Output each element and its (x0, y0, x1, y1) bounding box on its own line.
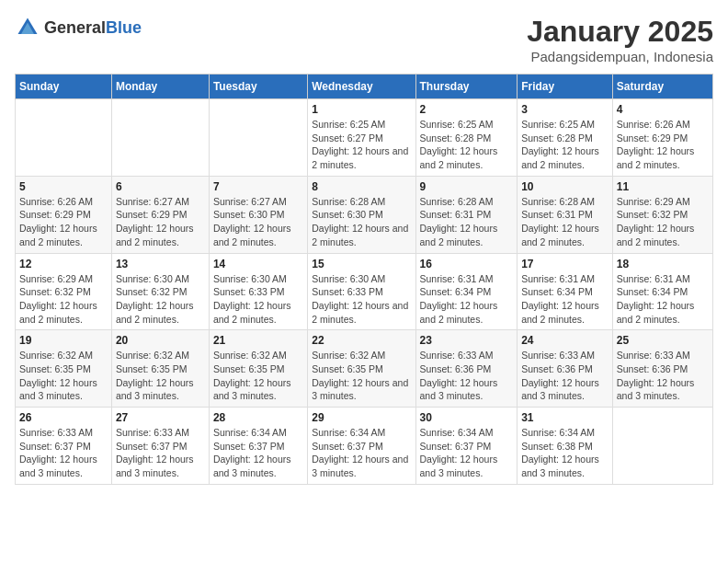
day-detail: Sunrise: 6:33 AMSunset: 6:37 PMDaylight:… (116, 426, 205, 480)
calendar-cell (111, 99, 209, 177)
calendar-week-row: 12Sunrise: 6:29 AMSunset: 6:32 PMDayligh… (16, 253, 713, 330)
day-detail: Sunrise: 6:33 AMSunset: 6:36 PMDaylight:… (420, 349, 514, 403)
header-sunday: Sunday (16, 75, 112, 99)
calendar-cell (209, 99, 307, 177)
day-detail: Sunrise: 6:30 AMSunset: 6:33 PMDaylight:… (312, 272, 411, 327)
calendar-cell: 21Sunrise: 6:32 AMSunset: 6:35 PMDayligh… (209, 330, 307, 408)
day-number: 21 (213, 334, 303, 347)
calendar-cell: 9Sunrise: 6:28 AMSunset: 6:31 PMDaylight… (415, 176, 518, 253)
calendar-table: SundayMondayTuesdayWednesdayThursdayFrid… (15, 74, 713, 485)
calendar-cell (16, 99, 112, 177)
header-saturday: Saturday (612, 75, 712, 99)
calendar-cell: 19Sunrise: 6:32 AMSunset: 6:35 PMDayligh… (16, 330, 112, 408)
calendar-cell: 5Sunrise: 6:26 AMSunset: 6:29 PMDaylight… (16, 176, 112, 253)
calendar-cell: 18Sunrise: 6:31 AMSunset: 6:34 PMDayligh… (612, 253, 712, 330)
day-detail: Sunrise: 6:31 AMSunset: 6:34 PMDaylight:… (420, 272, 514, 327)
day-number: 28 (213, 411, 303, 424)
day-detail: Sunrise: 6:29 AMSunset: 6:32 PMDaylight:… (617, 195, 709, 249)
day-number: 27 (116, 411, 205, 424)
calendar-cell: 8Sunrise: 6:28 AMSunset: 6:30 PMDaylight… (308, 176, 415, 253)
calendar-cell: 11Sunrise: 6:29 AMSunset: 6:32 PMDayligh… (612, 176, 712, 253)
calendar-cell: 31Sunrise: 6:34 AMSunset: 6:38 PMDayligh… (518, 408, 613, 485)
logo-blue-text: Blue (106, 18, 142, 37)
day-number: 20 (116, 334, 205, 347)
calendar-cell: 2Sunrise: 6:25 AMSunset: 6:28 PMDaylight… (415, 99, 518, 177)
day-number: 17 (521, 258, 609, 270)
day-number: 2 (420, 103, 514, 116)
calendar-cell: 14Sunrise: 6:30 AMSunset: 6:33 PMDayligh… (209, 253, 307, 330)
calendar-cell: 10Sunrise: 6:28 AMSunset: 6:31 PMDayligh… (518, 176, 613, 253)
calendar-cell: 17Sunrise: 6:31 AMSunset: 6:34 PMDayligh… (518, 253, 613, 330)
day-number: 23 (420, 334, 514, 347)
day-number: 10 (521, 180, 609, 193)
day-detail: Sunrise: 6:31 AMSunset: 6:34 PMDaylight:… (521, 272, 609, 327)
header-thursday: Thursday (415, 75, 518, 99)
day-number: 3 (521, 103, 609, 116)
calendar-cell: 1Sunrise: 6:25 AMSunset: 6:27 PMDaylight… (308, 99, 415, 177)
day-detail: Sunrise: 6:33 AMSunset: 6:36 PMDaylight:… (521, 349, 609, 403)
day-number: 30 (420, 411, 514, 424)
calendar-cell: 27Sunrise: 6:33 AMSunset: 6:37 PMDayligh… (111, 408, 209, 485)
logo-general-text: General (44, 18, 106, 37)
day-number: 22 (312, 334, 411, 347)
day-number: 5 (19, 180, 108, 193)
day-detail: Sunrise: 6:34 AMSunset: 6:37 PMDaylight:… (213, 426, 303, 480)
day-detail: Sunrise: 6:25 AMSunset: 6:28 PMDaylight:… (420, 118, 514, 172)
day-number: 16 (420, 258, 514, 270)
calendar-week-row: 26Sunrise: 6:33 AMSunset: 6:37 PMDayligh… (16, 408, 713, 485)
calendar-subtitle: Padangsidempuan, Indonesia (527, 49, 713, 64)
calendar-cell: 15Sunrise: 6:30 AMSunset: 6:33 PMDayligh… (308, 253, 415, 330)
header-monday: Monday (111, 75, 209, 99)
day-detail: Sunrise: 6:26 AMSunset: 6:29 PMDaylight:… (19, 195, 108, 249)
page-header: GeneralBlue January 2025 Padangsidempuan… (15, 15, 713, 64)
day-number: 6 (116, 180, 205, 193)
day-detail: Sunrise: 6:32 AMSunset: 6:35 PMDaylight:… (116, 349, 205, 403)
day-number: 19 (19, 334, 108, 347)
day-detail: Sunrise: 6:28 AMSunset: 6:30 PMDaylight:… (312, 195, 411, 249)
day-detail: Sunrise: 6:25 AMSunset: 6:28 PMDaylight:… (521, 118, 609, 172)
day-number: 8 (312, 180, 411, 193)
calendar-cell: 3Sunrise: 6:25 AMSunset: 6:28 PMDaylight… (518, 99, 613, 177)
calendar-cell: 16Sunrise: 6:31 AMSunset: 6:34 PMDayligh… (415, 253, 518, 330)
day-detail: Sunrise: 6:29 AMSunset: 6:32 PMDaylight:… (19, 272, 108, 327)
calendar-cell: 25Sunrise: 6:33 AMSunset: 6:36 PMDayligh… (612, 330, 712, 408)
day-number: 29 (312, 411, 411, 424)
day-number: 1 (312, 103, 411, 116)
day-number: 26 (19, 411, 108, 424)
calendar-cell: 30Sunrise: 6:34 AMSunset: 6:37 PMDayligh… (415, 408, 518, 485)
header-wednesday: Wednesday (308, 75, 415, 99)
day-number: 4 (617, 103, 709, 116)
day-number: 11 (617, 180, 709, 193)
day-detail: Sunrise: 6:25 AMSunset: 6:27 PMDaylight:… (312, 118, 411, 172)
calendar-cell: 26Sunrise: 6:33 AMSunset: 6:37 PMDayligh… (16, 408, 112, 485)
calendar-week-row: 5Sunrise: 6:26 AMSunset: 6:29 PMDaylight… (16, 176, 713, 253)
calendar-cell: 28Sunrise: 6:34 AMSunset: 6:37 PMDayligh… (209, 408, 307, 485)
day-number: 15 (312, 258, 411, 270)
day-number: 24 (521, 334, 609, 347)
day-detail: Sunrise: 6:32 AMSunset: 6:35 PMDaylight:… (213, 349, 303, 403)
day-number: 9 (420, 180, 514, 193)
day-detail: Sunrise: 6:26 AMSunset: 6:29 PMDaylight:… (617, 118, 709, 172)
calendar-cell: 7Sunrise: 6:27 AMSunset: 6:30 PMDaylight… (209, 176, 307, 253)
day-detail: Sunrise: 6:31 AMSunset: 6:34 PMDaylight:… (617, 272, 709, 327)
day-number: 7 (213, 180, 303, 193)
day-number: 18 (617, 258, 709, 270)
day-number: 14 (213, 258, 303, 270)
day-number: 12 (19, 258, 108, 270)
logo: GeneralBlue (15, 15, 142, 40)
calendar-cell (612, 408, 712, 485)
calendar-week-row: 1Sunrise: 6:25 AMSunset: 6:27 PMDaylight… (16, 99, 713, 177)
calendar-cell: 23Sunrise: 6:33 AMSunset: 6:36 PMDayligh… (415, 330, 518, 408)
day-detail: Sunrise: 6:32 AMSunset: 6:35 PMDaylight:… (19, 349, 108, 403)
calendar-title: January 2025 (527, 15, 713, 49)
day-detail: Sunrise: 6:34 AMSunset: 6:37 PMDaylight:… (420, 426, 514, 480)
calendar-cell: 29Sunrise: 6:34 AMSunset: 6:37 PMDayligh… (308, 408, 415, 485)
day-number: 31 (521, 411, 609, 424)
calendar-cell: 6Sunrise: 6:27 AMSunset: 6:29 PMDaylight… (111, 176, 209, 253)
day-detail: Sunrise: 6:33 AMSunset: 6:37 PMDaylight:… (19, 426, 108, 480)
logo-icon (15, 15, 40, 40)
day-detail: Sunrise: 6:33 AMSunset: 6:36 PMDaylight:… (617, 349, 709, 403)
day-detail: Sunrise: 6:34 AMSunset: 6:38 PMDaylight:… (521, 426, 609, 480)
day-detail: Sunrise: 6:28 AMSunset: 6:31 PMDaylight:… (420, 195, 514, 249)
header-friday: Friday (518, 75, 613, 99)
